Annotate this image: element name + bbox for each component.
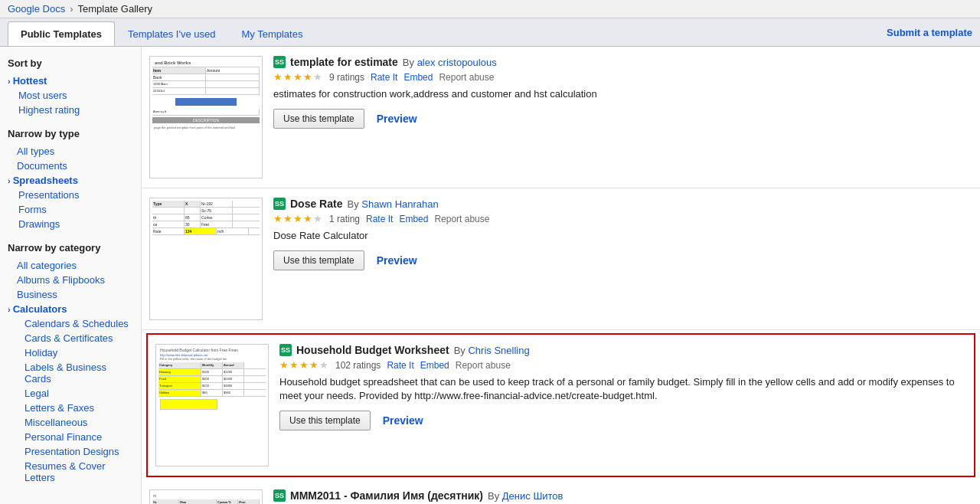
author-link-2[interactable]: Shawn Hanrahan	[361, 198, 438, 210]
use-template-btn-1[interactable]: Use this template	[273, 109, 364, 129]
stars-2: ★★★★★	[273, 213, 323, 224]
page-title: Template Gallery	[78, 3, 153, 15]
template-info-4: SS МММ2011 - Фамилия Имя (десятник) By Д…	[273, 489, 972, 504]
narrow-by-category-label: Narrow by category	[8, 242, 133, 254]
title-row-1: SS template for estimate By alex cristop…	[273, 56, 972, 68]
ratings-count-2: 1 rating	[329, 214, 360, 224]
template-desc-2: Dose Rate Calculator	[273, 229, 972, 243]
title-row-3: SS Household Budget Worksheet By Chris S…	[279, 344, 966, 356]
author-link-4[interactable]: Денис Шитов	[502, 490, 564, 502]
sidebar-item-presentations[interactable]: Presentations	[8, 188, 133, 202]
template-author-2: By Shawn Hanrahan	[347, 198, 438, 210]
template-info-2: SS Dose Rate By Shawn Hanrahan ★★★★★ 1 r…	[273, 198, 972, 270]
stars-1: ★★★★★	[273, 71, 323, 83]
template-info-1: SS template for estimate By alex cristop…	[273, 56, 972, 129]
tab-my-templates[interactable]: My Templates	[228, 21, 315, 46]
template-thumbnail-2: TypeXNi-192 Sc-75 th65Curies ce30Feet Ra…	[149, 198, 263, 320]
template-title-1: template for estimate	[290, 56, 398, 68]
preview-link-3[interactable]: Preview	[383, 414, 423, 427]
template-title-3: Household Budget Worksheet	[296, 344, 449, 356]
template-item: and Brick Works ItemAmount Bank 1200 Mai…	[142, 47, 980, 188]
sidebar-item-highest-rating[interactable]: Highest rating	[8, 103, 133, 117]
author-link-1[interactable]: alex cristopoulous	[417, 57, 497, 68]
sidebar-item-letters[interactable]: Letters & Faxes	[8, 401, 133, 415]
use-template-btn-3[interactable]: Use this template	[279, 411, 371, 430]
sidebar-item-presentation-designs[interactable]: Presentation Designs	[8, 444, 133, 459]
preview-link-1[interactable]: Preview	[377, 113, 417, 125]
actions-row-1: Use this template Preview	[273, 109, 972, 129]
google-docs-link[interactable]: Google Docs	[8, 3, 65, 15]
template-desc-3: Household budget spreadsheet that can be…	[279, 375, 966, 403]
sidebar-item-documents[interactable]: Documents	[8, 159, 133, 173]
tab-bar: Public Templates Templates I've used My …	[0, 18, 980, 47]
ratings-row-1: ★★★★★ 9 ratings Rate It Embed Report abu…	[273, 71, 972, 83]
sidebar-item-business[interactable]: Business	[8, 287, 133, 302]
sort-by-label: Sort by	[8, 57, 133, 69]
sidebar-item-cards[interactable]: Cards & Certificates	[8, 331, 133, 345]
sidebar-item-labels[interactable]: Labels & Business Cards	[8, 360, 133, 386]
narrow-type-section: Narrow by type All types Documents ›Spre…	[8, 128, 133, 231]
sidebar-item-spreadsheets[interactable]: ›Spreadsheets	[8, 173, 133, 188]
template-author-3: By Chris Snelling	[454, 345, 530, 356]
embed-link-1[interactable]: Embed	[403, 72, 433, 83]
sidebar-item-albums[interactable]: Albums & Flipbooks	[8, 273, 133, 287]
sidebar-item-all-categories[interactable]: All categories	[8, 258, 133, 273]
tab-used-templates[interactable]: Templates I've used	[115, 21, 229, 46]
arrow-icon: ›	[8, 77, 11, 86]
sidebar-item-misc[interactable]: Miscellaneous	[8, 415, 133, 430]
breadcrumb-separator: ›	[70, 3, 73, 15]
title-row-2: SS Dose Rate By Shawn Hanrahan	[273, 198, 972, 210]
sidebar-item-resumes[interactable]: Resumes & Cover Letters	[8, 459, 133, 485]
top-bar: Google Docs › Template Gallery	[0, 0, 980, 18]
template-thumbnail-1: and Brick Works ItemAmount Bank 1200 Mai…	[149, 56, 263, 178]
embed-link-2[interactable]: Embed	[399, 214, 428, 224]
sort-by-section: Sort by ›Hottest Most users Highest rati…	[8, 57, 133, 117]
narrow-category-section: Narrow by category All categories Albums…	[8, 242, 133, 485]
arrow-icon-calculators: ›	[8, 305, 11, 314]
sidebar-item-calendars[interactable]: Calendars & Schedules	[8, 316, 133, 331]
spreadsheet-icon-4: SS	[273, 489, 286, 502]
report-link-2[interactable]: Report abuse	[434, 214, 489, 224]
author-link-3[interactable]: Chris Snelling	[468, 345, 529, 356]
title-row-4: SS МММ2011 - Фамилия Имя (десятник) By Д…	[273, 489, 972, 502]
actions-row-3: Use this template Preview	[279, 411, 966, 430]
sidebar-item-forms[interactable]: Forms	[8, 202, 133, 217]
template-item-4: m № Имя Сумма % Итог 1Иван100030 2Мария2…	[142, 480, 980, 504]
sidebar-item-drawings[interactable]: Drawings	[8, 217, 133, 231]
rate-link-1[interactable]: Rate It	[371, 72, 397, 83]
sidebar-item-all-types[interactable]: All types	[8, 144, 133, 159]
tab-public-templates[interactable]: Public Templates	[8, 21, 115, 46]
report-link-1[interactable]: Report abuse	[439, 72, 494, 83]
use-template-btn-2[interactable]: Use this template	[273, 250, 364, 270]
preview-link-2[interactable]: Preview	[377, 254, 417, 267]
template-desc-1: estimates for construction work,address …	[273, 87, 972, 101]
rate-link-3[interactable]: Rate It	[387, 360, 413, 371]
actions-row-2: Use this template Preview	[273, 250, 972, 270]
template-title-2: Dose Rate	[290, 198, 342, 210]
submit-template-link[interactable]: Submit a template	[887, 21, 972, 44]
sidebar-item-calculators[interactable]: ›Calculators	[8, 302, 133, 316]
sidebar-item-legal[interactable]: Legal	[8, 386, 133, 401]
template-author-1: By alex cristopoulous	[403, 57, 497, 68]
ratings-row-2: ★★★★★ 1 rating Rate It Embed Report abus…	[273, 213, 972, 224]
stars-3: ★★★★★	[279, 359, 329, 371]
spreadsheet-icon-2: SS	[273, 198, 286, 210]
template-info-3: SS Household Budget Worksheet By Chris S…	[279, 344, 966, 430]
ratings-row-3: ★★★★★ 102 ratings Rate It Embed Report a…	[279, 359, 966, 371]
spreadsheet-icon-3: SS	[279, 344, 292, 356]
embed-link-3[interactable]: Embed	[420, 360, 449, 371]
template-title-4: МММ2011 - Фамилия Имя (десятник)	[290, 489, 483, 502]
report-link-3[interactable]: Report abuse	[456, 360, 511, 371]
rate-link-2[interactable]: Rate It	[366, 214, 393, 224]
template-item-2: TypeXNi-192 Sc-75 th65Curies ce30Feet Ra…	[142, 188, 980, 330]
sidebar-item-holiday[interactable]: Holiday	[8, 345, 133, 360]
sidebar-item-hottest[interactable]: ›Hottest	[8, 74, 133, 88]
template-thumbnail-4: m № Имя Сумма % Итог 1Иван100030 2Мария2…	[149, 489, 263, 504]
sidebar-item-most-users[interactable]: Most users	[8, 88, 133, 103]
sidebar-item-personal-finance[interactable]: Personal Finance	[8, 430, 133, 444]
sidebar: Sort by ›Hottest Most users Highest rati…	[0, 47, 142, 504]
spreadsheet-icon-1: SS	[273, 56, 286, 68]
arrow-icon-spreadsheets: ›	[8, 176, 11, 185]
template-item-3: Household Budget Calculator from Free Fi…	[146, 333, 975, 477]
template-author-4: By Денис Шитов	[488, 490, 564, 502]
